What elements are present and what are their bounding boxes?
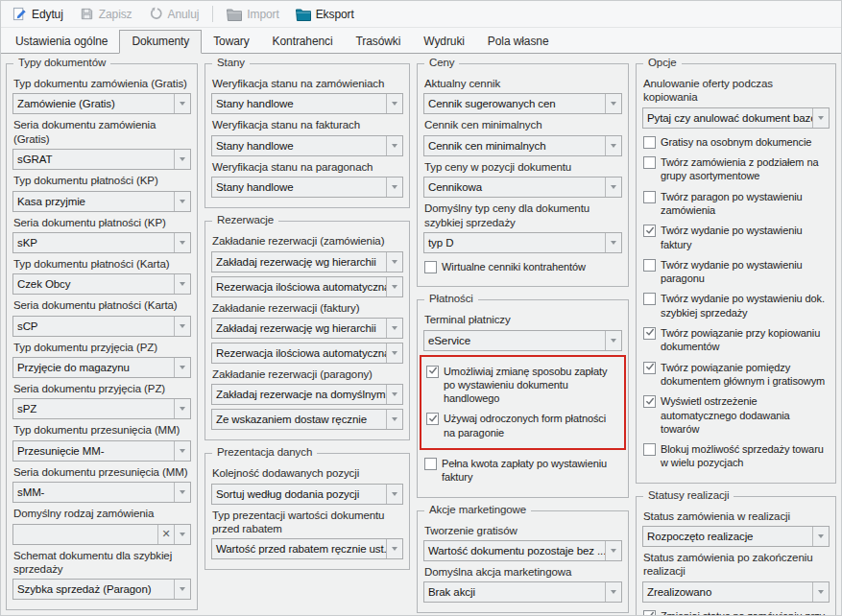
checkbox-zmieniaj-status-na-zamowieniu-przy-rozpocz[interactable]: Zmieniaj status na zamówieniu przy rozpo… bbox=[643, 609, 829, 616]
checkbox-wirtualne-cenniki-kontrahentow[interactable]: Wirtualne cenniki kontrahentów bbox=[424, 260, 621, 273]
chevron-down-icon bbox=[180, 157, 185, 161]
combo-dropdown-button[interactable] bbox=[386, 136, 402, 155]
combo-dropdown-button[interactable] bbox=[386, 277, 402, 296]
combo-dropdown-button[interactable] bbox=[605, 178, 621, 197]
toolbar-button-import[interactable]: Import bbox=[219, 5, 286, 24]
checkbox-pelna-kwota-zaplaty-po-wystawieniu-faktury[interactable]: Pełna kwota zapłaty po wystawieniu faktu… bbox=[424, 457, 621, 485]
combo-dropdown-button[interactable] bbox=[174, 483, 190, 502]
checkbox-tworz-paragon-po-wystawieniu-zamowienia[interactable]: Twórz paragon po wystawieniu zamówienia bbox=[643, 190, 829, 218]
combo-dropdown-button[interactable] bbox=[174, 525, 190, 544]
chevron-down-icon bbox=[611, 102, 616, 106]
combo-typ-ceny-w-pozycji-dokumentu[interactable]: Cennikowa bbox=[423, 177, 622, 198]
combo-zakladanie-rezerwacji-faktury-1[interactable]: Rezerwacja ilościowa automatyczna bbox=[211, 343, 403, 364]
combo-tworzenie-gratisow[interactable]: Wartość dokumentu pozostaje bez ... bbox=[423, 540, 622, 561]
combo-typ-dokumentu-zamowienia-gratis[interactable]: Zamówienie (Gratis) bbox=[12, 93, 191, 114]
combo-dropdown-button[interactable] bbox=[812, 527, 829, 546]
combo-dropdown-button[interactable] bbox=[605, 233, 621, 252]
combo-typ-dokumentu-platnosci-kp[interactable]: Kasa przyjmie bbox=[12, 191, 191, 212]
combo-dropdown-button[interactable] bbox=[174, 317, 190, 336]
combo-zakladanie-rezerwacji-zamowienia-1[interactable]: Rezerwacja ilościowa automatyczna bbox=[211, 276, 403, 297]
toolbar-button-zapisz[interactable]: Zapisz bbox=[72, 4, 140, 24]
combo-weryfikacja-stanu-na-zamowieniach[interactable]: Stany handlowe bbox=[211, 93, 403, 114]
combo-dropdown-button[interactable] bbox=[605, 94, 621, 113]
combo-status-zamowienia-po-zakonczeniu-realizacj[interactable]: Zrealizowano bbox=[642, 581, 830, 603]
combo-dropdown-button[interactable] bbox=[386, 94, 402, 113]
combo-dropdown-button[interactable] bbox=[605, 541, 621, 560]
combo-domyslny-rodzaj-zamowienia[interactable]: ✕ bbox=[12, 524, 191, 545]
combo-dropdown-button[interactable] bbox=[174, 233, 190, 252]
combo-dropdown-button[interactable] bbox=[386, 252, 402, 272]
combo-domyslny-typ-ceny-dla-dokumentu-szybkiej-s[interactable]: typ D bbox=[423, 232, 622, 253]
checkbox-tworz-powiazanie-przy-kopiowaniu-dokumento[interactable]: Twórz powiązanie przy kopiowaniu dokumen… bbox=[643, 326, 829, 354]
tab-wydruki[interactable]: Wydruki bbox=[412, 31, 476, 53]
toolbar-button-anuluj[interactable]: Anuluj bbox=[141, 4, 207, 24]
combo-dropdown-button[interactable] bbox=[812, 582, 829, 602]
combo-typ-prezentacji-wartosci-dokumentu-przed-r[interactable]: Wartość przed rabatem ręcznie ust... bbox=[211, 538, 403, 559]
combo-dropdown-button[interactable] bbox=[174, 399, 190, 418]
checkbox-tworz-wydanie-po-wystawieniu-paragonu[interactable]: Twórz wydanie po wystawieniu paragonu bbox=[643, 258, 829, 286]
combo-zakladanie-rezerwacji-faktury-0[interactable]: Zakładaj rezerwację wg hierarchii bbox=[211, 318, 403, 339]
combo-dropdown-button[interactable] bbox=[174, 150, 190, 169]
combo-clear-button[interactable]: ✕ bbox=[157, 525, 174, 544]
combo-anulowanie-oferty-podczas-kopiowania[interactable]: Pytaj czy anulować dokument bazo... bbox=[642, 107, 830, 129]
checkbox-tworz-wydanie-po-wystawieniu-faktury[interactable]: Twórz wydanie po wystawieniu faktury bbox=[643, 224, 829, 251]
combo-zakladanie-rezerwacji-paragony-1[interactable]: Ze wskazaniem dostaw ręcznie bbox=[211, 409, 403, 430]
combo-dropdown-button[interactable] bbox=[174, 441, 190, 461]
combo-dropdown-button[interactable] bbox=[174, 274, 190, 294]
field-label-typ-ceny-w-pozycji-dokumentu: Typ ceny w pozycji dokumentu bbox=[424, 160, 621, 174]
combo-dropdown-button[interactable] bbox=[386, 485, 402, 504]
combo-seria-dokumentu-platnosci-karta[interactable]: sCP bbox=[12, 316, 191, 337]
tab-ustawienia-ogolne[interactable]: Ustawienia ogólne bbox=[4, 31, 119, 53]
field-label-typ-prezentacji-wartosci-dokumentu-przed-r: Typ prezentacji wartości dokumentu przed… bbox=[212, 509, 402, 536]
combo-weryfikacja-stanu-na-paragonach[interactable]: Stany handlowe bbox=[211, 177, 403, 198]
checkbox-tworz-wydanie-po-wystawieniu-dok-szybkiej-[interactable]: Twórz wydanie po wystawieniu dok. szybki… bbox=[643, 292, 829, 320]
combo-seria-dokumentu-przyjecia-pz[interactable]: sPZ bbox=[12, 398, 191, 419]
combo-dropdown-button[interactable] bbox=[386, 344, 402, 363]
checkbox-wyswietl-ostrzezenie-automatycznego-dodawa[interactable]: Wyświetl ostrzeżenie automatycznego doda… bbox=[643, 394, 829, 436]
combo-dropdown-button[interactable] bbox=[386, 178, 402, 197]
combo-terminal-platniczy[interactable]: eService bbox=[423, 330, 622, 351]
combo-cennik-cen-minimalnych[interactable]: Cennik cen minimalnych bbox=[423, 135, 622, 156]
combo-dropdown-button[interactable] bbox=[386, 385, 402, 404]
checkbox-gratisy-na-osobnym-dokumencie[interactable]: Gratisy na osobnym dokumencie bbox=[643, 135, 829, 149]
combo-dropdown-button[interactable] bbox=[386, 410, 402, 429]
toolbar-button-eksport[interactable]: Eksport bbox=[288, 5, 362, 24]
combo-dropdown-button[interactable] bbox=[605, 582, 621, 602]
combo-dropdown-button[interactable] bbox=[386, 539, 402, 558]
combo-status-zamowienia-w-realizacji[interactable]: Rozpoczęto realizacje bbox=[642, 526, 830, 547]
checkbox-blokuj-mozliwosc-sprzedazy-towaru-w-wielu-[interactable]: Blokuj możliwość sprzedaży towaru w wiel… bbox=[643, 442, 829, 470]
combo-seria-dokumentu-zamowienia-gratis[interactable]: sGRAT bbox=[12, 149, 191, 170]
combo-dropdown-button[interactable] bbox=[174, 580, 190, 599]
combo-seria-dokumentu-przesuniecia-mm[interactable]: sMM- bbox=[12, 482, 191, 503]
checkbox-unchecked-box bbox=[643, 259, 656, 272]
combo-kolejnosc-dodawanych-pozycji[interactable]: Sortuj według dodania pozycji bbox=[211, 484, 403, 505]
combo-dropdown-button[interactable] bbox=[605, 136, 621, 155]
combo-dropdown-button[interactable] bbox=[174, 94, 190, 113]
combo-weryfikacja-stanu-na-fakturach[interactable]: Stany handlowe bbox=[211, 135, 403, 156]
tab-pola-wlasne[interactable]: Pola własne bbox=[476, 31, 561, 53]
checkbox-uzywaj-odroczonych-form-platnosci-na-parag[interactable]: Używaj odroczonych form płatności na par… bbox=[426, 412, 619, 439]
combo-dropdown-button[interactable] bbox=[174, 358, 190, 377]
combo-typ-dokumentu-platnosci-karta[interactable]: Czek Obcy bbox=[12, 273, 191, 295]
combo-typ-dokumentu-przyjecia-pz[interactable]: Przyjęcie do magazynu bbox=[12, 357, 191, 378]
checkbox-tworz-powiazanie-pomiedzy-dokumentem-glown[interactable]: Twórz powiązanie pomiędzy dokumentem głó… bbox=[643, 361, 829, 389]
tab-dokumenty[interactable]: Dokumenty bbox=[119, 30, 202, 54]
combo-domyslna-akcja-marketingowa[interactable]: Brak akcji bbox=[423, 581, 622, 603]
combo-zakladanie-rezerwacji-paragony-0[interactable]: Zakładaj rezerwacje na domyślnym ... bbox=[211, 384, 403, 405]
combo-dropdown-button[interactable] bbox=[386, 319, 402, 338]
combo-typ-dokumentu-przesuniecia-mm[interactable]: Przesunięcie MM- bbox=[12, 440, 191, 462]
tab-kontrahenci[interactable]: Kontrahenci bbox=[261, 31, 345, 53]
combo-dropdown-button[interactable] bbox=[174, 192, 190, 211]
combo-seria-dokumentu-platnosci-kp[interactable]: sKP bbox=[12, 232, 191, 253]
combo-zakladanie-rezerwacji-zamowienia-0[interactable]: Zakładaj rezerwację wg hierarchii bbox=[211, 251, 403, 272]
toolbar-button-edytuj[interactable]: Edytuj bbox=[5, 4, 71, 24]
checkbox-tworz-zamowienia-z-podzialem-na-grupy-asor[interactable]: Twórz zamówienia z podziałem na grupy as… bbox=[643, 155, 829, 183]
checkbox-umozliwiaj-zmiane-sposobu-zaplaty-po-wysta[interactable]: Umożliwiaj zmianę sposobu zapłaty po wys… bbox=[426, 365, 619, 406]
field-label-typ-dokumentu-zamowienia-gratis: Typ dokumentu zamówienia (Gratis) bbox=[13, 77, 190, 90]
combo-schemat-dokumentu-dla-szybkiej-sprzedazy[interactable]: Szybka sprzedaż (Paragon) bbox=[12, 579, 191, 600]
combo-aktualny-cennik[interactable]: Cennik sugerowanych cen bbox=[423, 93, 622, 114]
tab-trasowki[interactable]: Trasówki bbox=[345, 31, 413, 53]
tab-towary[interactable]: Towary bbox=[202, 31, 260, 53]
combo-dropdown-button[interactable] bbox=[812, 108, 829, 128]
combo-dropdown-button[interactable] bbox=[605, 331, 621, 350]
